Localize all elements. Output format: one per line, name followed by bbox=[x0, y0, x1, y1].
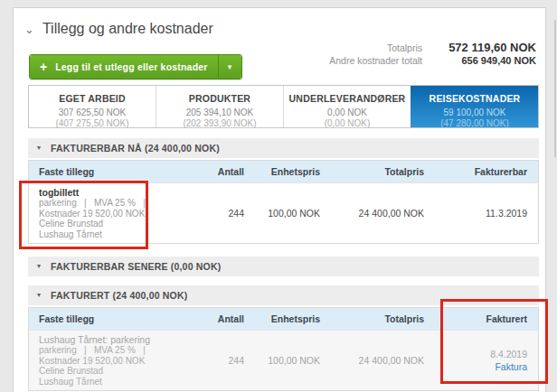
plus-icon: + bbox=[40, 61, 47, 73]
section-fakturerbar-senere[interactable]: ▾ FAKTURERBAR SENERE (0,00 NOK) bbox=[28, 257, 539, 276]
cost-meta: Celine Brunstad bbox=[39, 366, 188, 377]
cost-meta: Celine Brunstad bbox=[39, 219, 188, 229]
add-expense-button-label: Legg til et utlegg eller kostnader bbox=[55, 61, 207, 72]
scrollbar-thumb[interactable] bbox=[554, 20, 556, 157]
section-arrow-icon: ▾ bbox=[37, 263, 41, 270]
tab-reisekostnader[interactable]: REISEKOSTNADER 59 100,00 NOK (47 280,00 … bbox=[411, 86, 538, 127]
cost-category-tabs: EGET ARBEID 307 625,50 NOK (407 275,50 N… bbox=[28, 85, 539, 128]
fakturerbar-na-table: Faste tillegg Antall Enhetspris Totalpri… bbox=[28, 160, 539, 244]
totalpris-cell: 24 400,00 NOK bbox=[320, 355, 424, 366]
section-fakturert[interactable]: ▾ FAKTURERT (24 400,00 NOK) bbox=[28, 285, 539, 305]
cost-name: Lushaug Tårnet: parkering bbox=[39, 334, 188, 345]
add-expense-dropdown-toggle[interactable]: ▾ bbox=[218, 55, 241, 79]
other-costs-total-row: Andre kostnader totalt 656 949,40 NOK bbox=[329, 55, 536, 66]
section-title: FAKTURERBAR SENERE (0,00 NOK) bbox=[51, 261, 221, 272]
enhetspris-cell: 100,00 NOK bbox=[244, 208, 320, 219]
tab-underleverandorer[interactable]: UNDERLEVERANDØRER 0,00 NOK (0,00 NOK) bbox=[283, 86, 411, 127]
table-row: togbillett parkering | MVA 25 % | Kostna… bbox=[29, 182, 538, 243]
add-expense-button-main[interactable]: + Legg til et utlegg eller kostnader bbox=[30, 55, 218, 79]
caret-down-icon: ▾ bbox=[228, 62, 232, 71]
col-faste-tillegg: Faste tillegg bbox=[29, 313, 188, 324]
cost-meta: parkering | MVA 25 % | bbox=[39, 198, 188, 209]
cost-meta: Kostnader 19 520,00 NOK bbox=[39, 356, 188, 367]
totals-summary: Totalpris 572 119,60 NOK Andre kostnader… bbox=[329, 41, 536, 67]
fakturert-cell: 8.4.2019 Faktura bbox=[424, 349, 527, 372]
section-arrow-icon: ▾ bbox=[37, 145, 41, 152]
cost-description-cell: Lushaug Tårnet: parkering parkering | MV… bbox=[29, 334, 188, 387]
col-enhetspris: Enhetspris bbox=[244, 166, 320, 177]
app-screen: ⌄ Tillegg og andre kostnader + Legg til … bbox=[0, 0, 557, 392]
cost-meta: parkering | MVA 25 % | bbox=[39, 345, 188, 356]
col-totalpris: Totalpris bbox=[320, 313, 424, 324]
tab-eget-arbeid[interactable]: EGET ARBEID 307 625,50 NOK (407 275,50 N… bbox=[29, 86, 156, 127]
section-title: FAKTURERT (24 400,00 NOK) bbox=[51, 290, 187, 301]
antall-cell: 244 bbox=[188, 355, 244, 366]
tab-produkter[interactable]: PRODUKTER 205 394,10 NOK (202 393,90 NOK… bbox=[156, 86, 283, 127]
total-price-label: Totalpris bbox=[387, 42, 422, 53]
col-fakturerbar: Fakturerbar bbox=[424, 166, 527, 177]
col-enhetspris: Enhetspris bbox=[244, 313, 320, 324]
col-totalpris: Totalpris bbox=[320, 166, 424, 177]
total-price-row: Totalpris 572 119,60 NOK bbox=[329, 41, 536, 54]
fakturert-date: 8.4.2019 bbox=[424, 349, 527, 359]
page-title-row: ⌄ Tillegg og andre kostnader bbox=[24, 21, 213, 37]
cost-meta: Lushaug Tårnet bbox=[39, 229, 188, 240]
tab-label: EGET ARBEID bbox=[29, 93, 156, 104]
tab-secondary-amount: (47 280,00 NOK) bbox=[411, 118, 538, 128]
total-price-value: 572 119,60 NOK bbox=[435, 41, 536, 54]
tab-label: PRODUKTER bbox=[156, 93, 283, 104]
table-row: Lushaug Tårnet: parkering parkering | MV… bbox=[29, 330, 538, 390]
cost-name: togbillett bbox=[39, 187, 188, 198]
col-antall: Antall bbox=[188, 166, 244, 177]
costs-panel: ⌄ Tillegg og andre kostnader + Legg til … bbox=[13, 7, 546, 392]
other-costs-total-value: 656 949,40 NOK bbox=[435, 55, 536, 66]
cost-description-cell: togbillett parkering | MVA 25 % | Kostna… bbox=[29, 187, 188, 239]
tab-label: UNDERLEVERANDØRER bbox=[284, 93, 411, 104]
section-fakturerbar-na[interactable]: ▾ FAKTURERBAR NÅ (24 400,00 NOK) bbox=[28, 138, 539, 158]
section-title: FAKTURERBAR NÅ (24 400,00 NOK) bbox=[51, 143, 220, 154]
other-costs-total-label: Andre kostnader totalt bbox=[329, 55, 422, 66]
cost-meta: Lushaug Tårnet bbox=[39, 377, 188, 387]
tab-label: REISEKOSTNADER bbox=[411, 93, 538, 104]
faktura-link[interactable]: Faktura bbox=[424, 361, 527, 372]
tab-secondary-amount: (202 393,90 NOK) bbox=[156, 118, 283, 128]
table-header-row: Faste tillegg Antall Enhetspris Totalpri… bbox=[29, 308, 538, 330]
tab-amount: 307 625,50 NOK bbox=[29, 107, 156, 117]
add-expense-button[interactable]: + Legg til et utlegg eller kostnader ▾ bbox=[29, 54, 242, 79]
tab-amount: 205 394,10 NOK bbox=[156, 107, 283, 117]
totalpris-cell: 24 400,00 NOK bbox=[320, 208, 424, 219]
cost-meta: Kostnader 19 520,00 NOK bbox=[39, 209, 188, 219]
collapse-chevron-icon[interactable]: ⌄ bbox=[24, 23, 34, 35]
page-title: Tillegg og andre kostnader bbox=[42, 21, 213, 37]
tab-secondary-amount: (0,00 NOK) bbox=[284, 118, 411, 128]
tab-secondary-amount: (407 275,50 NOK) bbox=[29, 118, 156, 128]
col-faste-tillegg: Faste tillegg bbox=[29, 166, 188, 177]
fakturerbar-date-cell: 11.3.2019 bbox=[424, 208, 527, 219]
tab-amount: 59 100,00 NOK bbox=[411, 107, 538, 117]
col-antall: Antall bbox=[188, 313, 244, 324]
tab-amount: 0,00 NOK bbox=[284, 107, 411, 117]
col-fakturert: Fakturert bbox=[424, 313, 527, 324]
fakturert-table: Faste tillegg Antall Enhetspris Totalpri… bbox=[28, 307, 539, 391]
table-header-row: Faste tillegg Antall Enhetspris Totalpri… bbox=[29, 161, 538, 182]
antall-cell: 244 bbox=[188, 208, 244, 219]
section-arrow-icon: ▾ bbox=[37, 292, 41, 299]
enhetspris-cell: 100,00 NOK bbox=[244, 355, 320, 366]
